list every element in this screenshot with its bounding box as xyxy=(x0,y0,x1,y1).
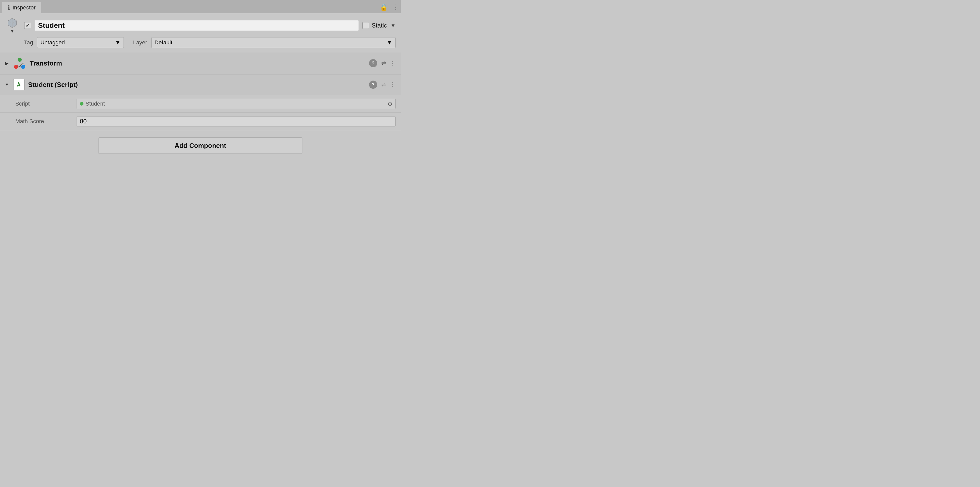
inspector-tab-label: Inspector xyxy=(13,4,36,11)
go-layer-arrow: ▼ xyxy=(387,39,392,46)
script-icon: # xyxy=(13,79,24,90)
student-script-title: Student (Script) xyxy=(28,81,366,89)
transform-header-right: ? ⇌ ⋮ xyxy=(369,59,396,67)
student-script-header: ▼ # Student (Script) ? ⇌ ⋮ xyxy=(0,75,401,95)
script-target-icon: ⊙ xyxy=(388,100,392,107)
student-script-header-right: ? ⇌ ⋮ xyxy=(369,81,396,89)
transform-help-button[interactable]: ? xyxy=(369,59,377,67)
go-tag-select[interactable]: Untagged ▼ xyxy=(37,37,124,48)
add-component-row: Add Component xyxy=(0,130,401,161)
transform-component: ▶ Transform ? ⇌ ⋮ xyxy=(0,52,401,75)
student-script-help-button[interactable]: ? xyxy=(369,81,377,89)
script-value-text: Student xyxy=(86,100,105,107)
transform-component-header: ▶ Transform ? ⇌ ⋮ xyxy=(0,52,401,74)
student-script-properties: Script Student ⊙ Math Score 80 xyxy=(0,95,401,130)
math-score-label: Math Score xyxy=(15,118,76,125)
math-score-prop-row: Math Score 80 xyxy=(0,113,401,130)
transform-green-dot xyxy=(18,58,22,62)
student-script-component: ▼ # Student (Script) ? ⇌ ⋮ Script Studen… xyxy=(0,75,401,130)
script-prop-label: Script xyxy=(15,100,76,107)
transform-settings-icon[interactable]: ⇌ xyxy=(381,60,386,67)
go-tag-layer-row: Tag Untagged ▼ Layer Default ▼ xyxy=(4,37,396,48)
lock-icon[interactable]: 🔒 xyxy=(380,3,388,11)
go-layer-value: Default xyxy=(155,39,172,46)
tab-bar-right: 🔒 ⋮ xyxy=(380,3,399,13)
student-script-help-icon: ? xyxy=(372,82,375,87)
transform-menu-icon[interactable]: ⋮ xyxy=(390,60,396,67)
script-prop-row: Script Student ⊙ xyxy=(0,95,401,113)
student-script-settings-icon[interactable]: ⇌ xyxy=(381,81,386,88)
gameobject-header: ▼ ✓ Static ▼ Tag Untagged ▼ Layer xyxy=(0,13,401,52)
go-static-dropdown-arrow[interactable]: ▼ xyxy=(390,23,396,29)
go-tag-arrow: ▼ xyxy=(115,39,121,46)
math-score-value: 80 xyxy=(80,118,87,125)
inspector-tab[interactable]: ℹ Inspector xyxy=(2,2,41,13)
go-tag-label: Tag xyxy=(24,39,33,46)
go-cube-icon[interactable]: ▼ xyxy=(4,17,21,34)
go-name-input[interactable] xyxy=(35,20,359,31)
inspector-panel: ℹ Inspector 🔒 ⋮ ▼ ✓ xyxy=(0,0,401,194)
student-script-expand-arrow[interactable]: ▼ xyxy=(4,82,10,87)
tab-bar: ℹ Inspector 🔒 ⋮ xyxy=(0,0,401,13)
transform-expand-arrow[interactable]: ▶ xyxy=(4,60,10,66)
transform-icon xyxy=(13,57,26,70)
math-score-value-field[interactable]: 80 xyxy=(76,116,396,127)
go-cube-dropdown-arrow[interactable]: ▼ xyxy=(10,29,14,34)
go-checkbox-check: ✓ xyxy=(25,22,30,29)
add-component-label: Add Component xyxy=(175,142,226,150)
add-component-button[interactable]: Add Component xyxy=(98,137,302,154)
transform-line-h xyxy=(16,67,23,67)
script-prop-value[interactable]: Student ⊙ xyxy=(76,99,396,109)
transform-title: Transform xyxy=(30,59,366,67)
panel-menu-icon[interactable]: ⋮ xyxy=(393,3,399,11)
student-script-menu-icon[interactable]: ⋮ xyxy=(390,81,396,88)
transform-help-icon: ? xyxy=(372,61,375,66)
cube-svg-graphic xyxy=(6,17,19,29)
go-static-checkbox[interactable] xyxy=(363,22,369,29)
inspector-tab-icon: ℹ xyxy=(8,4,10,11)
go-tag-value: Untagged xyxy=(40,39,65,46)
go-top-row: ▼ ✓ Static ▼ xyxy=(4,17,396,34)
script-dot-icon xyxy=(80,102,83,106)
go-static-container: Static ▼ xyxy=(363,22,396,29)
script-icon-label: # xyxy=(17,81,21,88)
go-layer-label: Layer xyxy=(133,39,147,46)
go-static-label: Static xyxy=(372,22,387,29)
go-layer-select[interactable]: Default ▼ xyxy=(151,37,396,48)
go-active-checkbox[interactable]: ✓ xyxy=(24,22,31,29)
